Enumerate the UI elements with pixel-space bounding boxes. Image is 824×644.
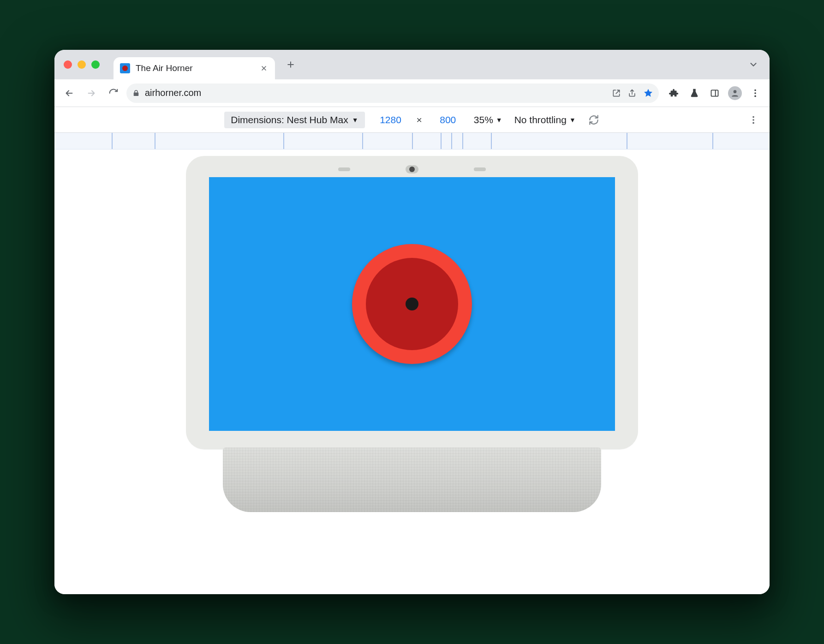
toolbar-actions (665, 84, 764, 102)
viewport-height-input[interactable]: 800 (434, 114, 462, 125)
airhorner-app[interactable] (209, 177, 615, 431)
window-maximize-button[interactable] (91, 60, 100, 69)
svg-point-7 (752, 122, 754, 124)
device-sensors (186, 165, 638, 173)
extensions-button[interactable] (665, 84, 683, 102)
back-button[interactable] (60, 84, 78, 102)
airhorn-button[interactable] (352, 244, 472, 364)
address-bar[interactable]: airhorner.com (126, 83, 659, 103)
tabs-dropdown-button[interactable] (744, 55, 763, 74)
browser-tab[interactable]: The Air Horner (113, 57, 275, 79)
dropdown-triangle-icon: ▼ (352, 116, 358, 124)
throttling-value: No throttling (514, 114, 567, 125)
ruler-tick[interactable] (627, 133, 627, 149)
ruler-tick[interactable] (155, 133, 155, 149)
browser-menu-button[interactable] (746, 84, 764, 102)
dimension-separator: × (417, 114, 422, 125)
device-select-label: Dimensions: Nest Hub Max (231, 114, 348, 125)
ruler-tick[interactable] (712, 133, 713, 149)
browser-window: The Air Horner airhorner.com (54, 50, 770, 594)
dropdown-triangle-icon: ▼ (496, 116, 502, 124)
ruler-tick[interactable] (441, 133, 442, 149)
browser-toolbar: airhorner.com (54, 79, 770, 107)
svg-rect-0 (711, 90, 718, 96)
device-toolbar: Dimensions: Nest Hub Max ▼ 1280 × 800 35… (54, 107, 770, 133)
ruler-tick[interactable] (112, 133, 113, 149)
open-external-icon[interactable] (612, 89, 621, 98)
svg-point-5 (752, 116, 754, 118)
svg-point-1 (734, 90, 737, 93)
ruler-tick[interactable] (412, 133, 413, 149)
svg-point-3 (754, 92, 756, 94)
tab-close-button[interactable] (260, 65, 268, 72)
airhorn-inner-circle (366, 258, 458, 350)
viewport-width-input[interactable]: 1280 (377, 114, 405, 125)
new-tab-button[interactable] (281, 55, 300, 74)
sensor-slot-icon (338, 167, 350, 171)
svg-point-6 (752, 119, 754, 121)
share-icon[interactable] (627, 89, 637, 98)
svg-point-4 (754, 95, 756, 97)
device-select[interactable]: Dimensions: Nest Hub Max ▼ (224, 112, 364, 128)
bookmark-star-icon[interactable] (643, 88, 653, 98)
airhorn-center-dot (406, 298, 418, 310)
breakpoint-ruler[interactable] (54, 133, 770, 149)
tab-title: The Air Horner (136, 63, 255, 73)
zoom-select[interactable]: 35% ▼ (474, 114, 502, 125)
ruler-tick[interactable] (491, 133, 492, 149)
window-close-button[interactable] (64, 60, 72, 69)
device-frame-container (186, 156, 638, 512)
window-controls (64, 60, 100, 69)
avatar-icon (728, 86, 742, 100)
nest-hub-frame (186, 156, 638, 449)
tab-favicon (120, 63, 130, 73)
forward-button[interactable] (82, 84, 101, 102)
profile-button[interactable] (726, 84, 744, 102)
window-minimize-button[interactable] (78, 60, 86, 69)
throttling-select[interactable]: No throttling ▼ (514, 114, 576, 125)
lock-icon (132, 89, 140, 97)
reload-button[interactable] (104, 84, 123, 102)
ruler-tick[interactable] (283, 133, 284, 149)
nest-hub-base (223, 447, 601, 512)
ruler-tick[interactable] (362, 133, 363, 149)
ruler-tick[interactable] (462, 133, 463, 149)
camera-icon (406, 165, 418, 173)
emulated-viewport (54, 149, 770, 594)
url-text: airhorner.com (145, 88, 607, 98)
side-panel-button[interactable] (706, 84, 723, 102)
tab-strip: The Air Horner (54, 50, 770, 79)
labs-button[interactable] (686, 84, 703, 102)
ruler-tick[interactable] (451, 133, 452, 149)
device-toolbar-menu-button[interactable] (748, 115, 758, 125)
zoom-value: 35% (474, 114, 493, 125)
sensor-slot-icon (474, 167, 486, 171)
dropdown-triangle-icon: ▼ (569, 116, 576, 124)
svg-point-2 (754, 89, 756, 91)
rotate-button[interactable] (588, 114, 600, 126)
